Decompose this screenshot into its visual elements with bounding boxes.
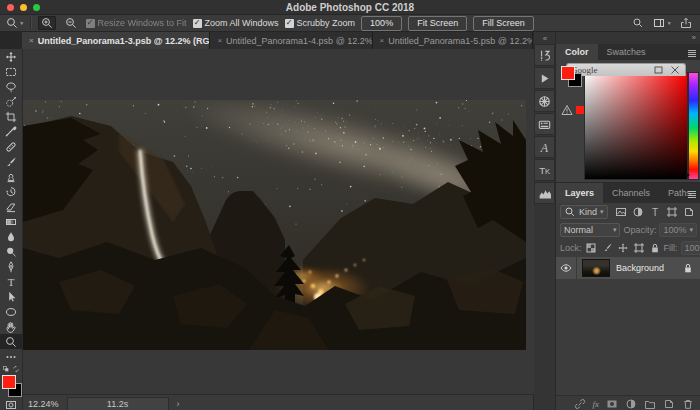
tool-move[interactable] [0, 49, 22, 64]
expand-dock-button[interactable]: » [556, 32, 700, 44]
tool-rectangular-marquee[interactable] [0, 64, 22, 79]
workspace-switcher[interactable]: ▾ [653, 17, 671, 29]
gamut-warning[interactable] [561, 104, 584, 116]
tab-title: Untitled_Panorama1-3.psb @ 12.2% (RGB/16… [38, 36, 211, 46]
delete-layer-icon[interactable] [682, 398, 694, 410]
filter-pixel-layers-icon[interactable] [615, 206, 627, 218]
tool-lasso[interactable] [0, 79, 22, 94]
actions-panel-icon[interactable] [534, 67, 555, 89]
document-tab-1[interactable]: ×Untitled_Panorama1-3.psb @ 12.2% (RGB/1… [22, 32, 210, 49]
hue-strip[interactable] [689, 73, 698, 179]
filter-type-layers-icon[interactable]: T [649, 206, 661, 218]
checkbox-icon: ✓ [86, 19, 95, 28]
filter-smart-objects-icon[interactable] [683, 206, 695, 218]
foreground-color-swatch[interactable] [561, 66, 575, 80]
layer-visibility-toggle[interactable] [556, 257, 577, 279]
tool-ellipse[interactable] [0, 304, 22, 319]
layer-name[interactable]: Background [616, 263, 682, 273]
search-icon[interactable] [632, 17, 644, 29]
lock-artboard-icon[interactable] [633, 242, 645, 254]
fit-screen-button[interactable]: Fit Screen [408, 16, 467, 31]
new-adjustment-layer-icon[interactable] [625, 398, 637, 410]
tab-close-icon[interactable]: × [217, 36, 222, 45]
tab-swatches[interactable]: Swatches [598, 44, 655, 60]
saturation-brightness-field[interactable] [585, 73, 687, 179]
add-mask-icon[interactable] [606, 398, 618, 410]
resize-windows-checkbox[interactable]: ✓ Resize Windows to Fit [86, 18, 187, 28]
zoom-level-field[interactable]: 12.24% [28, 399, 59, 409]
tool-gradient[interactable] [0, 214, 22, 229]
tab-color[interactable]: Color [556, 44, 598, 60]
tool-dodge[interactable] [0, 244, 22, 259]
filter-shape-layers-icon[interactable] [666, 206, 678, 218]
histogram-panel-icon[interactable] [534, 182, 555, 204]
panel-menu-icon[interactable] [686, 188, 698, 200]
layer-thumbnail[interactable] [582, 259, 610, 277]
tool-spot-healing-brush[interactable] [0, 139, 22, 154]
document-canvas-image[interactable] [23, 100, 526, 350]
tool-brush[interactable] [0, 154, 22, 169]
tool-history-brush[interactable] [0, 184, 22, 199]
canvas-pasteboard[interactable] [23, 49, 534, 394]
link-layers-icon[interactable] [574, 398, 586, 410]
zoom-out-button[interactable] [62, 16, 80, 30]
new-layer-icon[interactable] [663, 398, 675, 410]
notes-panel-icon[interactable] [534, 113, 555, 135]
tool-path-selection[interactable] [0, 289, 22, 304]
document-tab-3[interactable]: ×Untitled_Panorama1-5.psb @ 12.2% (ra… [373, 32, 533, 49]
lock-transparency-icon[interactable] [585, 242, 597, 254]
tool-edit-toolbar[interactable] [0, 349, 22, 364]
tool-quick-selection[interactable] [0, 94, 22, 109]
default-colors-icon[interactable] [2, 365, 10, 373]
blend-mode-dropdown[interactable]: Normal ▾ [560, 223, 620, 237]
tool-clone-stamp[interactable] [0, 169, 22, 184]
share-icon[interactable] [680, 17, 692, 29]
fill-dropdown[interactable]: 100% ▾ [681, 241, 700, 255]
panel-menu-icon[interactable] [686, 47, 698, 59]
tk-actions-panel-icon[interactable]: TK [534, 159, 555, 181]
tool-eraser[interactable] [0, 199, 22, 214]
filter-adjustment-layers-icon[interactable] [632, 206, 644, 218]
timing-indicator[interactable]: 11.2s [67, 397, 169, 410]
fill-screen-button[interactable]: Fill Screen [473, 16, 534, 31]
status-flyout-chevron-icon[interactable]: › [177, 399, 180, 409]
actual-pixels-button[interactable]: 100% [361, 16, 402, 31]
tools-panel: T [0, 49, 23, 410]
collapse-dock-button[interactable]: « [534, 32, 555, 44]
layer-style-icon[interactable]: fx [593, 399, 600, 409]
color-panel-swatches [561, 66, 583, 90]
svg-text:T: T [8, 276, 15, 288]
tab-close-icon[interactable]: × [29, 36, 34, 45]
tool-zoom[interactable] [0, 334, 22, 349]
brush-settings-panel-icon[interactable] [534, 44, 555, 66]
tool-eyedropper[interactable] [0, 124, 22, 139]
tool-pen[interactable] [0, 259, 22, 274]
tool-type[interactable]: T [0, 274, 22, 289]
foreground-color-swatch[interactable] [2, 375, 16, 389]
zoom-in-button[interactable] [38, 16, 56, 30]
google-floating-window[interactable]: Google [566, 63, 686, 76]
lock-pixels-icon[interactable] [601, 242, 613, 254]
zoom-tool-preset[interactable]: ▾ [6, 17, 24, 29]
scrubby-zoom-checkbox[interactable]: ✓ Scrubby Zoom [285, 18, 356, 28]
tool-blur[interactable] [0, 229, 22, 244]
lock-all-icon[interactable] [649, 242, 661, 254]
glyphs-panel-icon[interactable]: A [534, 136, 555, 158]
opacity-dropdown[interactable]: 100% ▾ [659, 223, 697, 237]
filter-kind-dropdown[interactable]: Kind ▾ [560, 205, 608, 219]
document-tab-2[interactable]: ×Untitled_Panorama1-4.psb @ 12.2% (La… [210, 32, 372, 49]
quick-mask-button[interactable] [0, 399, 22, 410]
new-group-icon[interactable] [644, 398, 656, 410]
tab-layers[interactable]: Layers [556, 183, 603, 203]
navigator-panel-icon[interactable] [534, 90, 555, 112]
restore-window-icon[interactable] [653, 64, 665, 76]
tool-hand[interactable] [0, 319, 22, 334]
zoom-all-windows-checkbox[interactable]: ✓ Zoom All Windows [193, 18, 279, 28]
tool-crop[interactable] [0, 109, 22, 124]
close-icon[interactable] [669, 64, 681, 76]
lock-position-icon[interactable] [617, 242, 629, 254]
layer-row-background[interactable]: Background [556, 257, 700, 279]
tab-channels[interactable]: Channels [603, 183, 659, 203]
swap-colors-icon[interactable] [12, 365, 20, 373]
tab-close-icon[interactable]: × [380, 36, 385, 45]
